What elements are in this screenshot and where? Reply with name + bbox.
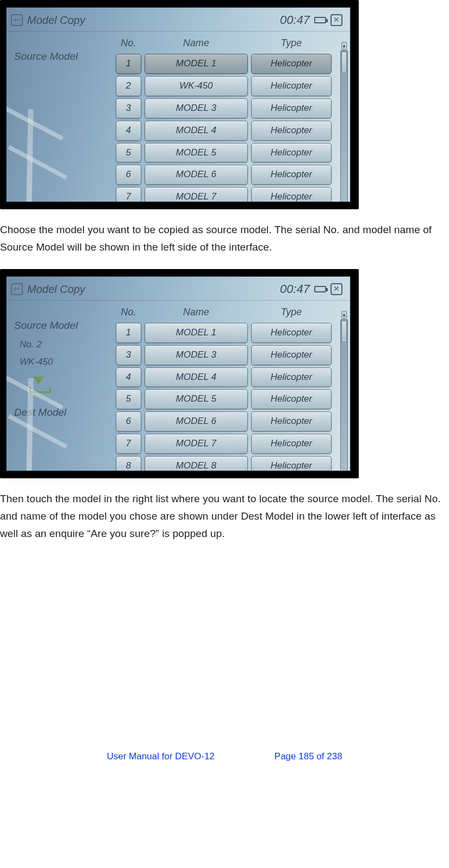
clock-text: 00:47 bbox=[280, 10, 310, 30]
cell-type[interactable]: Helicopter bbox=[251, 456, 332, 472]
window-titlebar: ↩ Model Copy 00:47 ✕ bbox=[7, 277, 350, 301]
cell-type[interactable]: Helicopter bbox=[251, 143, 332, 163]
cell-name[interactable]: MODEL 7 bbox=[145, 187, 248, 203]
cell-name[interactable]: MODEL 5 bbox=[145, 143, 248, 163]
cell-no[interactable]: 4 bbox=[116, 121, 141, 141]
back-icon[interactable]: ↩ bbox=[11, 283, 23, 295]
window-title: Model Copy bbox=[27, 11, 85, 29]
model-table: No. Name Type 1MODEL 1Helicopter3MODEL 3… bbox=[113, 302, 335, 472]
table-row[interactable]: 5MODEL 5Helicopter bbox=[116, 389, 332, 409]
cell-name[interactable]: MODEL 5 bbox=[145, 389, 248, 409]
cell-no[interactable]: 2 bbox=[116, 76, 141, 96]
col-header-name: Name bbox=[145, 304, 248, 321]
cell-no[interactable]: 5 bbox=[116, 143, 141, 163]
source-model-no: No. 2 bbox=[20, 337, 108, 353]
cell-no[interactable]: 6 bbox=[116, 165, 141, 185]
col-header-name: Name bbox=[145, 35, 248, 52]
table-row[interactable]: 4MODEL 4Helicopter bbox=[116, 367, 332, 388]
device-photo-2: ↩ Model Copy 00:47 ✕ Source Model No. 2 … bbox=[0, 269, 359, 478]
col-header-no: No. bbox=[116, 304, 141, 321]
close-icon[interactable]: ✕ bbox=[330, 283, 342, 295]
scrollbar[interactable]: ▲ ▼ bbox=[340, 319, 348, 472]
scroll-up-icon[interactable]: ▲ bbox=[341, 42, 347, 49]
cell-no[interactable]: 1 bbox=[116, 323, 141, 343]
window-title: Model Copy bbox=[27, 280, 85, 298]
cell-name[interactable]: MODEL 8 bbox=[145, 456, 248, 472]
cell-name[interactable]: MODEL 4 bbox=[145, 121, 248, 141]
scroll-up-icon[interactable]: ▲ bbox=[341, 311, 347, 319]
cell-name[interactable]: MODEL 6 bbox=[145, 411, 248, 432]
source-model-name: WK-450 bbox=[20, 354, 108, 370]
col-header-no: No. bbox=[116, 35, 141, 52]
table-row[interactable]: 3MODEL 3Helicopter bbox=[116, 98, 332, 118]
cell-no[interactable]: 7 bbox=[116, 187, 141, 203]
col-header-type: Type bbox=[251, 35, 332, 52]
table-row[interactable]: 7MODEL 7Helicopter bbox=[116, 434, 332, 454]
table-row[interactable]: 7MODEL 7Helicopter bbox=[116, 187, 332, 203]
cell-name[interactable]: WK-450 bbox=[145, 76, 248, 96]
cell-no[interactable]: 1 bbox=[116, 54, 141, 74]
cell-type[interactable]: Helicopter bbox=[251, 54, 332, 74]
cell-name[interactable]: MODEL 3 bbox=[145, 98, 248, 118]
cell-name[interactable]: MODEL 4 bbox=[145, 367, 248, 388]
scrollbar[interactable]: ▲ ▼ bbox=[340, 50, 348, 203]
clock-text: 00:47 bbox=[280, 279, 310, 299]
table-row[interactable]: 3MODEL 3Helicopter bbox=[116, 345, 332, 365]
page-footer: User Manual for DEVO-12 Page 185 of 238 bbox=[0, 749, 449, 765]
scroll-thumb[interactable] bbox=[341, 321, 347, 342]
cell-type[interactable]: Helicopter bbox=[251, 187, 332, 203]
cell-no[interactable]: 5 bbox=[116, 389, 141, 409]
source-model-label: Source Model bbox=[14, 317, 108, 334]
cell-type[interactable]: Helicopter bbox=[251, 389, 332, 409]
cell-type[interactable]: Helicopter bbox=[251, 434, 332, 454]
cell-name[interactable]: MODEL 6 bbox=[145, 165, 248, 185]
device-photo-1: ↩ Model Copy 00:47 ✕ Source Model No. Na… bbox=[0, 0, 359, 209]
cell-type[interactable]: Helicopter bbox=[251, 165, 332, 185]
cell-type[interactable]: Helicopter bbox=[251, 323, 332, 343]
cell-type[interactable]: Helicopter bbox=[251, 98, 332, 118]
cell-type[interactable]: Helicopter bbox=[251, 411, 332, 432]
battery-icon bbox=[314, 17, 326, 23]
model-table: No. Name Type 1MODEL 1Helicopter2WK-450H… bbox=[113, 33, 335, 203]
paragraph-2: Then touch the model in the right list w… bbox=[0, 490, 449, 542]
table-row[interactable]: 6MODEL 6Helicopter bbox=[116, 165, 332, 185]
cell-name[interactable]: MODEL 3 bbox=[145, 345, 248, 365]
page-number: Page 185 of 238 bbox=[275, 749, 342, 765]
source-model-label: Source Model bbox=[14, 48, 108, 65]
table-row[interactable]: 4MODEL 4Helicopter bbox=[116, 121, 332, 141]
cell-type[interactable]: Helicopter bbox=[251, 367, 332, 388]
cell-no[interactable]: 7 bbox=[116, 434, 141, 454]
dest-model-label: Dest Model bbox=[14, 404, 108, 421]
cell-name[interactable]: MODEL 1 bbox=[145, 54, 248, 74]
table-row[interactable]: 1MODEL 1Helicopter bbox=[116, 54, 332, 74]
table-row[interactable]: 5MODEL 5Helicopter bbox=[116, 143, 332, 163]
col-header-type: Type bbox=[251, 304, 332, 321]
window-titlebar: ↩ Model Copy 00:47 ✕ bbox=[7, 8, 350, 32]
cell-name[interactable]: MODEL 1 bbox=[145, 323, 248, 343]
cell-type[interactable]: Helicopter bbox=[251, 76, 332, 96]
cell-type[interactable]: Helicopter bbox=[251, 345, 332, 365]
scroll-thumb[interactable] bbox=[341, 52, 347, 73]
table-row[interactable]: 2WK-450Helicopter bbox=[116, 76, 332, 96]
paragraph-1: Choose the model you want to be copied a… bbox=[0, 221, 449, 256]
cell-name[interactable]: MODEL 7 bbox=[145, 434, 248, 454]
download-arrow-icon bbox=[29, 377, 48, 393]
doc-title: User Manual for DEVO-12 bbox=[107, 749, 214, 765]
close-icon[interactable]: ✕ bbox=[330, 14, 342, 26]
cell-no[interactable]: 3 bbox=[116, 98, 141, 118]
battery-icon bbox=[314, 286, 326, 292]
cell-type[interactable]: Helicopter bbox=[251, 121, 332, 141]
back-icon[interactable]: ↩ bbox=[11, 14, 23, 26]
cell-no[interactable]: 4 bbox=[116, 367, 141, 388]
cell-no[interactable]: 8 bbox=[116, 456, 141, 472]
table-row[interactable]: 8MODEL 8Helicopter bbox=[116, 456, 332, 472]
cell-no[interactable]: 6 bbox=[116, 411, 141, 432]
table-row[interactable]: 1MODEL 1Helicopter bbox=[116, 323, 332, 343]
cell-no[interactable]: 3 bbox=[116, 345, 141, 365]
table-row[interactable]: 6MODEL 6Helicopter bbox=[116, 411, 332, 432]
